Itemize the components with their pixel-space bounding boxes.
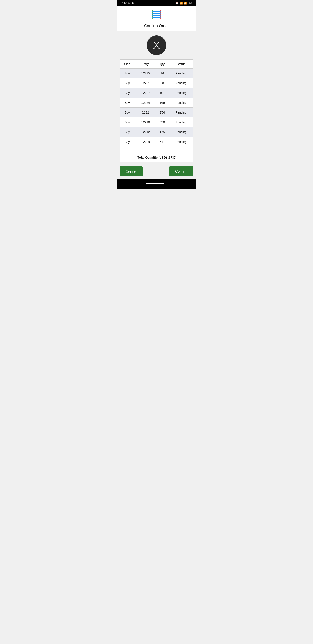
- cell-entry: 0.2224: [135, 98, 156, 108]
- table-row: Buy0.2224169Pending: [120, 98, 193, 108]
- table-header-row: Side Entry Qty Status: [120, 60, 193, 68]
- cell-qty: 50: [156, 78, 169, 88]
- back-arrow-icon: ←: [121, 12, 125, 17]
- cell-side: Buy: [120, 127, 135, 137]
- cell-status: Pending: [169, 88, 193, 98]
- logo-container: [150, 8, 163, 21]
- table-container: Side Entry Qty Status Buy0.223516Pending…: [117, 60, 196, 164]
- table-row: Buy0.2212475Pending: [120, 127, 193, 137]
- col-header-side: Side: [120, 60, 135, 68]
- cell-entry: 0.2216: [135, 118, 156, 127]
- cell-qty: 356: [156, 118, 169, 127]
- svg-rect-2: [152, 11, 161, 12]
- cell-status: Pending: [169, 98, 193, 108]
- cell-side: Buy: [120, 88, 135, 98]
- cell-status: Pending: [169, 127, 193, 137]
- cell-side: Buy: [120, 118, 135, 127]
- wifi-icon: 📶: [180, 2, 183, 4]
- page-title: Confirm Order: [117, 24, 196, 28]
- cell-qty: 254: [156, 108, 169, 118]
- app-logo-icon: [150, 8, 163, 21]
- screen-icon: 🖥: [132, 2, 134, 4]
- cell-qty: 611: [156, 137, 169, 147]
- total-quantity-label: Total Quantity (USD) :3737: [120, 153, 193, 162]
- cell-entry: 0.2212: [135, 127, 156, 137]
- cell-qty: 169: [156, 98, 169, 108]
- page-title-container: Confirm Order: [117, 23, 196, 31]
- cell-entry: 0.222: [135, 108, 156, 118]
- signal-icon: 📶: [184, 2, 187, 4]
- cell-status: Pending: [169, 78, 193, 88]
- cell-entry: 0.2209: [135, 137, 156, 147]
- coin-section: [117, 31, 196, 60]
- table-row: Buy0.222254Pending: [120, 108, 193, 118]
- status-bar-right: ⏰ 📶 📶 65%: [175, 2, 193, 4]
- cell-entry: 0.2231: [135, 78, 156, 88]
- back-button[interactable]: ←: [121, 12, 125, 17]
- table-row: Buy0.2227101Pending: [120, 88, 193, 98]
- table-row: Buy0.2216356Pending: [120, 118, 193, 127]
- table-empty-row: [120, 147, 193, 153]
- cell-entry: 0.2227: [135, 88, 156, 98]
- svg-rect-5: [152, 18, 161, 18]
- photo-icon: 🖼: [128, 2, 130, 4]
- col-header-status: Status: [169, 60, 193, 68]
- cell-qty: 101: [156, 88, 169, 98]
- status-bar-left: 12:10 🖼 🖥: [120, 2, 134, 4]
- cell-status: Pending: [169, 108, 193, 118]
- cell-side: Buy: [120, 108, 135, 118]
- cell-status: Pending: [169, 118, 193, 127]
- cell-status: Pending: [169, 68, 193, 78]
- table-row: Buy0.223516Pending: [120, 68, 193, 78]
- status-bar: 12:10 🖼 🖥 ⏰ 📶 📶 65%: [117, 0, 196, 6]
- alarm-icon: ⏰: [175, 2, 179, 4]
- cell-side: Buy: [120, 78, 135, 88]
- nav-home-pill[interactable]: [146, 183, 164, 184]
- table-total-row: Total Quantity (USD) :3737: [120, 153, 193, 162]
- battery-level: 65%: [188, 2, 193, 4]
- orders-table: Side Entry Qty Status Buy0.223516Pending…: [120, 60, 193, 162]
- cell-status: Pending: [169, 137, 193, 147]
- svg-rect-3: [152, 13, 161, 14]
- cell-entry: 0.2235: [135, 68, 156, 78]
- xrp-logo-icon: [151, 40, 162, 51]
- cell-qty: 475: [156, 127, 169, 137]
- cancel-button[interactable]: Cancel: [120, 166, 143, 176]
- status-time: 12:10: [120, 2, 126, 4]
- confirm-button[interactable]: Confirm: [169, 166, 193, 176]
- table-row: Buy0.223150Pending: [120, 78, 193, 88]
- xrp-coin-circle: [147, 36, 166, 55]
- cell-qty: 16: [156, 68, 169, 78]
- svg-rect-4: [152, 15, 161, 16]
- header: ←: [117, 6, 196, 23]
- cell-side: Buy: [120, 137, 135, 147]
- table-row: Buy0.2209611Pending: [120, 137, 193, 147]
- cell-side: Buy: [120, 68, 135, 78]
- cell-side: Buy: [120, 98, 135, 108]
- col-header-qty: Qty: [156, 60, 169, 68]
- nav-back-icon[interactable]: ‹: [126, 181, 128, 186]
- col-header-entry: Entry: [135, 60, 156, 68]
- nav-bar: ‹: [117, 178, 196, 189]
- bottom-buttons: Cancel Confirm: [117, 164, 196, 178]
